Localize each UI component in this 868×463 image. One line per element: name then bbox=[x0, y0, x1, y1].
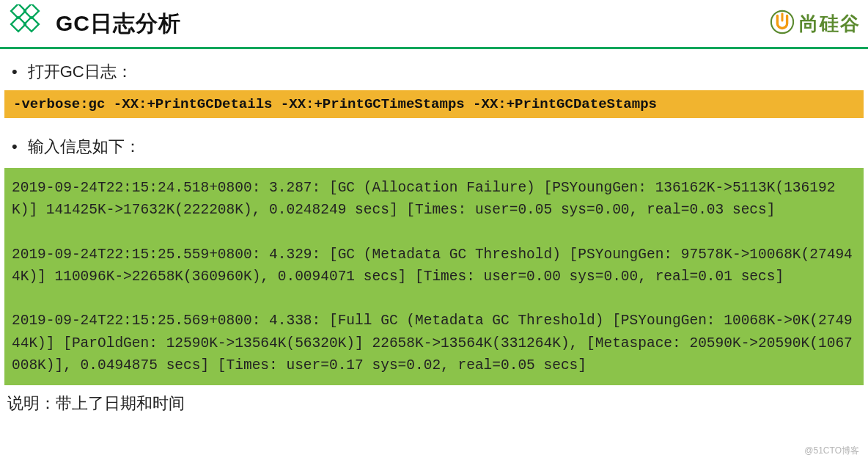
log-output-block: 2019-09-24T22:15:24.518+0800: 3.287: [GC… bbox=[4, 168, 864, 385]
header: GC日志分析 尚硅谷 bbox=[0, 0, 868, 49]
bullet-dot-icon: • bbox=[12, 139, 18, 155]
command-code-block: -verbose:gc -XX:+PrintGCDetails -XX:+Pri… bbox=[4, 90, 864, 118]
header-left: GC日志分析 bbox=[7, 4, 181, 43]
diamond-logo-icon bbox=[7, 4, 43, 43]
brand-text: 尚硅谷 bbox=[799, 11, 861, 37]
bullet-open-log: • 打开GC日志： bbox=[0, 56, 868, 90]
bullet-input-info-text: 输入信息如下： bbox=[28, 136, 141, 158]
note-text: 说明：带上了日期和时间 bbox=[0, 385, 868, 419]
page-title: GC日志分析 bbox=[56, 9, 181, 39]
brand: 尚硅谷 bbox=[770, 10, 861, 37]
bullet-dot-icon: • bbox=[12, 64, 18, 80]
bullet-input-info: • 输入信息如下： bbox=[0, 131, 868, 165]
watermark-text: @51CTO博客 bbox=[804, 445, 859, 457]
bullet-open-log-text: 打开GC日志： bbox=[28, 61, 133, 83]
content: • 打开GC日志： -verbose:gc -XX:+PrintGCDetail… bbox=[0, 49, 868, 419]
brand-u-icon bbox=[770, 10, 795, 37]
